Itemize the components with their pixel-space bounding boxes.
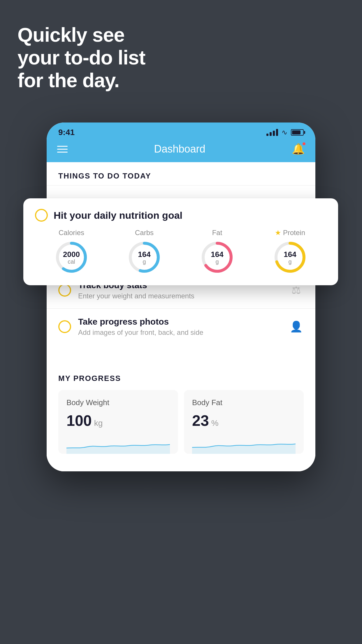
hamburger-button[interactable]: [57, 146, 68, 153]
status-bar: 9:41 ∿: [47, 123, 315, 140]
carbs-value: 164: [138, 250, 150, 259]
hero-line1: Quickly see: [17, 23, 145, 46]
progress-weight-unit: kg: [94, 419, 103, 428]
hero-line3: for the day.: [17, 69, 145, 92]
fat-chart: [192, 436, 296, 454]
signal-icon: [266, 129, 278, 136]
wifi-icon: ∿: [282, 128, 287, 136]
notification-badge: [302, 142, 306, 146]
protein-unit: g: [284, 258, 296, 264]
todo-subtitle-photos: Add images of your front, back, and side: [78, 328, 282, 337]
star-icon: ★: [275, 229, 281, 237]
todo-text-photos: Take progress photos Add images of your …: [78, 317, 282, 337]
fat-label: Fat: [212, 229, 222, 237]
hero-line2: your to-do list: [17, 46, 145, 69]
hero-text: Quickly see your to-do list for the day.: [17, 23, 145, 92]
protein-donut: 164 g: [273, 240, 307, 275]
fat-value: 164: [211, 250, 223, 259]
nutrition-card-indicator: [35, 209, 48, 222]
nutrition-item-fat: Fat 164 g: [200, 229, 235, 275]
nutrition-card: Hit your daily nutrition goal Calories 2…: [23, 198, 338, 285]
fat-unit: g: [211, 258, 223, 264]
carbs-label: Carbs: [135, 229, 154, 237]
todo-subtitle-body-stats: Enter your weight and measurements: [78, 292, 282, 300]
progress-card-weight-title: Body Weight: [66, 398, 170, 407]
progress-section: MY PROGRESS Body Weight 100 kg: [47, 362, 315, 460]
progress-fat-unit: %: [211, 419, 219, 428]
todo-circle-body-stats: [58, 284, 71, 297]
phone-mockup: 9:41 ∿ Dashboard 🔔 THINGS TO DO TODAY: [47, 123, 315, 471]
carbs-unit: g: [138, 258, 150, 264]
progress-weight-value-row: 100 kg: [66, 412, 170, 429]
progress-header: MY PROGRESS: [58, 374, 304, 383]
progress-fat-value-row: 23 %: [192, 412, 296, 429]
nutrition-item-carbs: Carbs 164 g: [127, 229, 162, 275]
progress-card-fat[interactable]: Body Fat 23 %: [184, 390, 304, 454]
calories-label: Calories: [59, 229, 84, 237]
todo-icon-photos: 👤: [289, 319, 304, 334]
nav-title: Dashboard: [154, 143, 205, 155]
nutrition-row: Calories 2000 cal Carbs: [35, 229, 326, 275]
todo-title-photos: Take progress photos: [78, 317, 282, 327]
status-time: 9:41: [58, 128, 75, 137]
weight-chart: [66, 436, 170, 454]
progress-card-fat-title: Body Fat: [192, 398, 296, 407]
progress-weight-value: 100: [66, 412, 92, 429]
protein-value: 164: [284, 250, 296, 259]
fat-donut: 164 g: [200, 240, 235, 275]
things-header: THINGS TO DO TODAY: [47, 162, 315, 185]
protein-label: ★ Protein: [275, 229, 305, 237]
progress-fat-value: 23: [192, 412, 209, 429]
notification-button[interactable]: 🔔: [292, 143, 305, 155]
calories-donut: 2000 cal: [54, 240, 89, 275]
calories-value: 2000: [63, 250, 80, 259]
battery-icon: [291, 129, 304, 136]
status-icons: ∿: [266, 128, 304, 136]
progress-cards: Body Weight 100 kg Body Fat: [58, 390, 304, 454]
todo-circle-photos: [58, 320, 71, 333]
card-title-row: Hit your daily nutrition goal: [35, 209, 326, 222]
list-item[interactable]: Take progress photos Add images of your …: [47, 308, 315, 345]
progress-card-weight[interactable]: Body Weight 100 kg: [58, 390, 178, 454]
nav-bar: Dashboard 🔔: [47, 140, 315, 162]
nutrition-item-protein: ★ Protein 164 g: [273, 229, 307, 275]
carbs-donut: 164 g: [127, 240, 162, 275]
calories-unit: cal: [63, 258, 80, 264]
nutrition-card-title: Hit your daily nutrition goal: [54, 210, 182, 221]
nutrition-item-calories: Calories 2000 cal: [54, 229, 89, 275]
